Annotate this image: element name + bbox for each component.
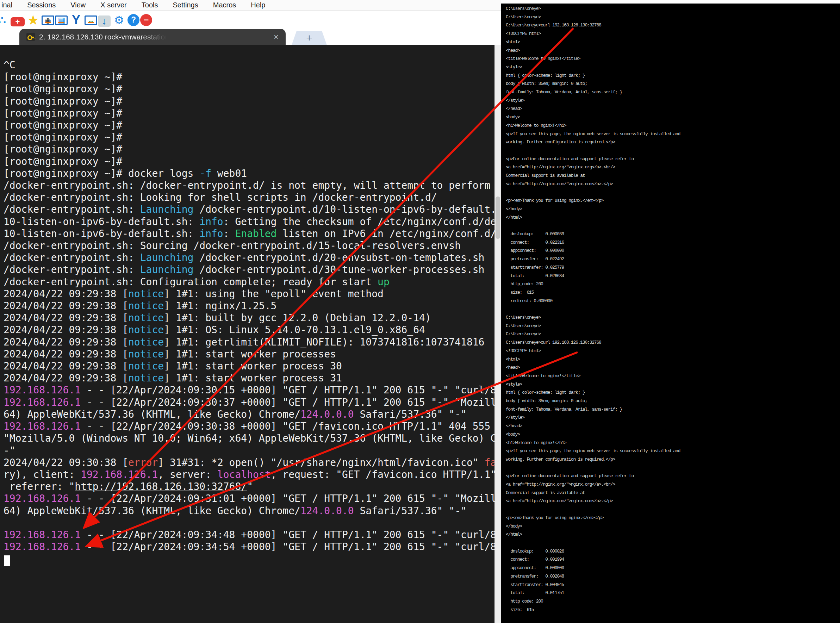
cmd-line: </head> [506, 104, 840, 113]
tab-close-icon[interactable]: × [274, 32, 279, 42]
cmd-line: <body> [506, 113, 840, 121]
cmd-line: C:\Users\oneye> [506, 330, 840, 338]
terminal-line: [root@nginxproxy ~]# [3, 131, 494, 143]
packages-glyph: ↓ [102, 16, 107, 26]
cmd-line: </html> [506, 530, 840, 539]
xserver-icon[interactable]: ↔ [84, 15, 97, 25]
terminal-line: [root@nginxproxy ~]# [3, 156, 494, 168]
terminal-line: /docker-entrypoint.sh: /docker-entrypoin… [3, 180, 494, 192]
remote-desktop-glyph: ◉ [45, 17, 51, 24]
tab-session-192-168-126-130[interactable]: 2. 192.168.126.130 rock-vmwarestation × [19, 29, 286, 45]
tunnel-icon[interactable]: Y [68, 12, 84, 28]
menu-item-inal[interactable]: inal [2, 1, 12, 9]
xserver-glyph: ↔ [88, 17, 94, 24]
cmd-line: html { color-scheme: light dark; } [506, 72, 840, 80]
terminal-line: 192.168.126.1 - - [22/Apr/2024:09:30:15 … [3, 384, 494, 396]
terminal-line: [root@nginxproxy ~]# [3, 83, 494, 95]
settings-glyph: ⚙ [114, 14, 124, 26]
cmd-line: redirect: 0.000000 [506, 297, 840, 305]
terminal-line: 2024/04/22 09:29:38 [notice] 1#1: start … [3, 372, 494, 384]
cmd-line: Commercial support is available at [506, 172, 840, 180]
terminal-line: "Mozilla/5.0 (Windows NT 10.0; Win64; x6… [3, 433, 494, 445]
cmd-line: working. Further configuration is requir… [506, 455, 840, 464]
cmd-line: <p><em>Thank you for using nginx.</em></… [506, 514, 840, 522]
cmd-line: <a href="http://nginx.org/">nginx.org</a… [506, 480, 840, 489]
packages-icon[interactable]: ↓ [98, 15, 111, 27]
terminal-line: 192.168.126.1 - - [22/Apr/2024:09:34:48 … [3, 529, 494, 541]
cmd-line: working. Further configuration is requir… [506, 138, 840, 146]
menu-item-help[interactable]: Help [251, 1, 265, 9]
cmd-line: <title>Welcome to nginx!</title> [506, 372, 840, 381]
terminal-line: 2024/04/22 09:29:38 [notice] 1#1: using … [3, 288, 494, 300]
cmd-line: <a href="http://nginx.com/">nginx.com</a… [506, 180, 840, 189]
cmd-line: <html> [506, 355, 840, 364]
menu-item-x-server[interactable]: X server [100, 1, 126, 9]
star-glyph: ★ [27, 13, 39, 27]
settings-icon[interactable]: ⚙ [111, 12, 127, 28]
sessions-icon[interactable]: ∴ [0, 12, 10, 28]
cmd-line: <body> [506, 430, 840, 439]
cmd-line: pretransfer: 0.002048 [506, 572, 840, 581]
terminal-line: /docker-entrypoint.sh: Looking for shell… [3, 192, 494, 204]
exit-icon[interactable]: – [140, 14, 152, 26]
tools-knife-icon[interactable]: + [11, 17, 25, 26]
cmd-line: connect: 0.022316 [506, 238, 840, 247]
cmd-line: <p>For online documentation and support … [506, 155, 840, 163]
windows-cmd-window[interactable]: C:\Users\oneye>C:\Users\oneye>C:\Users\o… [501, 3, 840, 623]
new-tab-button[interactable]: + [292, 31, 327, 45]
cmd-line: http_code: 200 [506, 597, 840, 606]
star-icon[interactable]: ★ [25, 12, 41, 28]
menu-item-tools[interactable]: Tools [141, 1, 158, 9]
cmd-line: </head> [506, 422, 840, 430]
terminal-line [3, 517, 494, 529]
cmd-line [506, 539, 840, 547]
cmd-line: <!DOCTYPE html> [506, 29, 840, 38]
menu-bar: inalSessionsViewX serverToolsSettingsMac… [0, 0, 501, 11]
cmd-line: <style> [506, 381, 840, 389]
cmd-line [506, 464, 840, 472]
cmd-line: connect: 0.001994 [506, 555, 840, 564]
menu-item-settings[interactable]: Settings [173, 1, 198, 9]
help-icon[interactable]: ? [127, 14, 140, 26]
terminal-line: 64) AppleWebKit/537.36 (KHTML, like Geck… [3, 505, 494, 517]
cmd-line: </body> [506, 205, 840, 213]
terminal-line: 2024/04/22 09:29:38 [notice] 1#1: getrli… [3, 336, 494, 348]
cmd-line: <style> [506, 63, 840, 72]
cmd-line: html { color-scheme: light dark; } [506, 388, 840, 397]
cmd-line [506, 505, 840, 514]
terminal-line: [root@nginxproxy ~]# [3, 120, 494, 131]
cmd-line: body { width: 35em; margin: 0 auto; [506, 397, 840, 405]
ssh-terminal-viewport[interactable]: ^C[root@nginxproxy ~]#[root@nginxproxy ~… [0, 45, 494, 623]
remote-desktop-icon[interactable]: ◉ [41, 15, 54, 25]
cmd-line [506, 188, 840, 196]
tools-knife-glyph: + [15, 18, 20, 26]
terminal-line: 192.168.126.1 - - [22/Apr/2024:09:34:54 … [3, 541, 494, 553]
tunnel-glyph: Y [72, 14, 80, 26]
terminal-scrollbar[interactable] [494, 45, 501, 623]
multiexec-glyph: ▦ [58, 17, 65, 24]
menu-item-macros[interactable]: Macros [213, 1, 236, 9]
cmd-line: <p>For online documentation and support … [506, 472, 840, 480]
terminal-cursor [4, 555, 10, 566]
cmd-line: C:\Users\oneye> [506, 5, 840, 13]
terminal-line: referrer: "http://192.168.126.130:32768/… [3, 481, 494, 493]
terminal-line: [root@nginxproxy ~]# docker logs -f web0… [3, 168, 494, 180]
cmd-line: </style> [506, 97, 840, 105]
cmd-line: body { width: 35em; margin: 0 auto; [506, 80, 840, 88]
cmd-line: C:\Users\oneye>curl 192.168.126.130:3276… [506, 21, 840, 29]
cmd-line: appconnect: 0.000000 [506, 564, 840, 572]
cmd-line: total: 0.026634 [506, 272, 840, 280]
multiexec-icon[interactable]: ▦ [55, 15, 68, 25]
menu-item-view[interactable]: View [71, 1, 86, 9]
terminal-line: ^C [3, 59, 494, 71]
cmd-line: dnslookup: 0.000026 [506, 547, 840, 556]
terminal-scrollbar-thumb[interactable] [496, 196, 500, 239]
cmd-line: pretransfer: 0.022492 [506, 255, 840, 264]
tab-bar: 2. 192.168.126.130 rock-vmwarestation × … [0, 29, 501, 45]
cmd-line: <head> [506, 364, 840, 372]
menu-item-sessions[interactable]: Sessions [27, 1, 56, 9]
terminal-line: /docker-entrypoint.sh: Configuration com… [3, 276, 494, 288]
cmd-line [506, 221, 840, 230]
terminal-line: 2024/04/22 09:30:38 [error] 31#31: *2 op… [3, 457, 494, 469]
cmd-line: <a href="http://nginx.org/">nginx.org</a… [506, 163, 840, 172]
